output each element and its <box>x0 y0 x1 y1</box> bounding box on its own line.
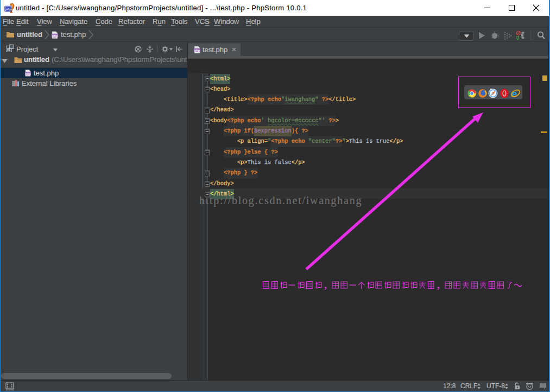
svg-text:php: php <box>194 49 200 52</box>
svg-text:php: php <box>52 34 58 37</box>
svg-text:php: php <box>26 72 31 75</box>
svg-text:php: php <box>5 7 12 11</box>
